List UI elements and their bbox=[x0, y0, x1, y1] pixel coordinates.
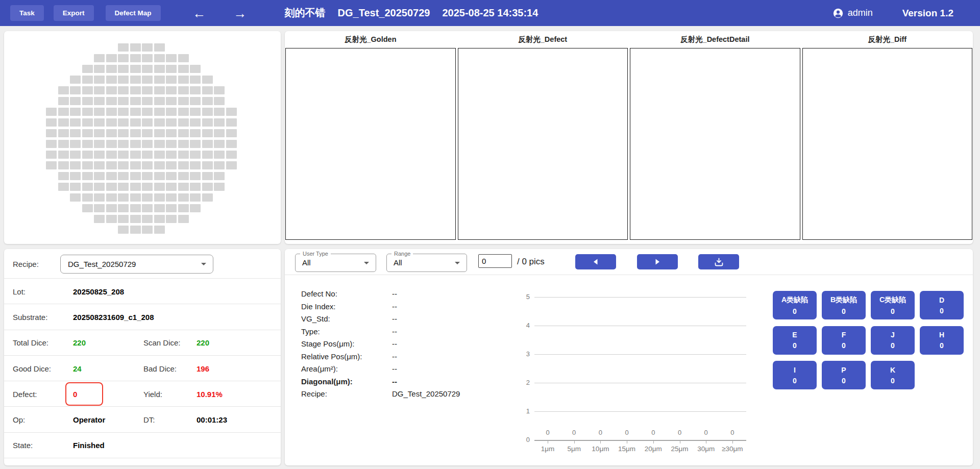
wafer-die[interactable] bbox=[154, 183, 165, 191]
wafer-die[interactable] bbox=[58, 97, 69, 105]
wafer-die[interactable] bbox=[142, 54, 153, 62]
wafer-die[interactable] bbox=[154, 118, 165, 127]
wafer-die[interactable] bbox=[154, 76, 165, 84]
wafer-die[interactable] bbox=[154, 215, 165, 223]
wafer-die[interactable] bbox=[94, 118, 105, 127]
wafer-die[interactable] bbox=[178, 183, 189, 191]
wafer-die[interactable] bbox=[82, 108, 93, 116]
wafer-die[interactable] bbox=[106, 151, 117, 159]
wafer-die[interactable] bbox=[58, 161, 69, 169]
wafer-die[interactable] bbox=[202, 140, 213, 148]
wafer-die[interactable] bbox=[118, 140, 129, 148]
wafer-die[interactable] bbox=[190, 118, 201, 127]
wafer-die[interactable] bbox=[190, 76, 201, 84]
wafer-die[interactable] bbox=[70, 76, 81, 84]
wafer-die[interactable] bbox=[70, 108, 81, 116]
wafer-die[interactable] bbox=[106, 215, 117, 223]
wafer-die[interactable] bbox=[58, 140, 69, 148]
wafer-die[interactable] bbox=[178, 76, 189, 84]
wafer-die[interactable] bbox=[130, 151, 141, 159]
wafer-die[interactable] bbox=[154, 140, 165, 148]
wafer-die[interactable] bbox=[142, 86, 153, 94]
wafer-die[interactable] bbox=[118, 204, 129, 212]
download-button[interactable] bbox=[698, 254, 739, 269]
wafer-die[interactable] bbox=[118, 108, 129, 116]
wafer-die[interactable] bbox=[226, 118, 237, 127]
wafer-die[interactable] bbox=[190, 204, 201, 212]
wafer-die[interactable] bbox=[226, 108, 237, 116]
wafer-die[interactable] bbox=[166, 54, 177, 62]
wafer-die[interactable] bbox=[106, 161, 117, 169]
wafer-die[interactable] bbox=[178, 108, 189, 116]
user-type-select[interactable]: User Type All bbox=[295, 254, 376, 272]
wafer-die[interactable] bbox=[190, 161, 201, 169]
wafer-die[interactable] bbox=[190, 97, 201, 105]
wafer-die[interactable] bbox=[202, 97, 213, 105]
wafer-die[interactable] bbox=[118, 43, 129, 52]
wafer-die[interactable] bbox=[82, 204, 93, 212]
wafer-die[interactable] bbox=[118, 215, 129, 223]
wafer-die[interactable] bbox=[154, 65, 165, 73]
defect-class-button[interactable]: A类缺陷0 bbox=[773, 291, 817, 319]
wafer-die[interactable] bbox=[94, 108, 105, 116]
wafer-die[interactable] bbox=[142, 118, 153, 127]
wafer-die[interactable] bbox=[166, 108, 177, 116]
defect-class-button[interactable]: P0 bbox=[822, 361, 866, 389]
wafer-die[interactable] bbox=[154, 226, 165, 234]
wafer-die[interactable] bbox=[142, 43, 153, 52]
wafer-die[interactable] bbox=[106, 76, 117, 84]
wafer-die[interactable] bbox=[178, 215, 189, 223]
range-select[interactable]: Range All bbox=[386, 254, 467, 272]
wafer-die[interactable] bbox=[58, 86, 69, 94]
wafer-die[interactable] bbox=[190, 140, 201, 148]
wafer-die[interactable] bbox=[166, 161, 177, 169]
wafer-die[interactable] bbox=[46, 118, 57, 127]
wafer-die[interactable] bbox=[106, 204, 117, 212]
wafer-die[interactable] bbox=[202, 193, 213, 202]
wafer-die[interactable] bbox=[166, 215, 177, 223]
wafer-die[interactable] bbox=[82, 76, 93, 84]
wafer-die[interactable] bbox=[166, 204, 177, 212]
wafer-die[interactable] bbox=[94, 183, 105, 191]
wafer-die[interactable] bbox=[178, 129, 189, 137]
wafer-die[interactable] bbox=[118, 226, 129, 234]
wafer-die[interactable] bbox=[154, 97, 165, 105]
wafer-die[interactable] bbox=[118, 65, 129, 73]
wafer-die[interactable] bbox=[178, 193, 189, 202]
wafer-die[interactable] bbox=[130, 43, 141, 52]
wafer-die[interactable] bbox=[58, 183, 69, 191]
wafer-die[interactable] bbox=[118, 129, 129, 137]
wafer-die[interactable] bbox=[214, 97, 225, 105]
wafer-die[interactable] bbox=[118, 193, 129, 202]
wafer-die[interactable] bbox=[142, 172, 153, 180]
wafer-die[interactable] bbox=[202, 118, 213, 127]
wafer-die[interactable] bbox=[214, 151, 225, 159]
wafer-die[interactable] bbox=[106, 86, 117, 94]
wafer-die[interactable] bbox=[82, 86, 93, 94]
wafer-die[interactable] bbox=[178, 97, 189, 105]
wafer-die[interactable] bbox=[106, 172, 117, 180]
wafer-die[interactable] bbox=[118, 161, 129, 169]
recipe-select[interactable]: DG_Test_20250729 bbox=[60, 255, 213, 274]
wafer-die[interactable] bbox=[82, 65, 93, 73]
wafer-die[interactable] bbox=[214, 86, 225, 94]
wafer-die[interactable] bbox=[142, 161, 153, 169]
wafer-die[interactable] bbox=[190, 172, 201, 180]
wafer-die[interactable] bbox=[130, 108, 141, 116]
wafer-die[interactable] bbox=[142, 183, 153, 191]
wafer-die[interactable] bbox=[70, 97, 81, 105]
wafer-die[interactable] bbox=[166, 183, 177, 191]
wafer-die[interactable] bbox=[214, 183, 225, 191]
wafer-die[interactable] bbox=[70, 140, 81, 148]
wafer-die[interactable] bbox=[130, 65, 141, 73]
wafer-die[interactable] bbox=[130, 86, 141, 94]
wafer-die[interactable] bbox=[130, 118, 141, 127]
wafer-die[interactable] bbox=[178, 118, 189, 127]
wafer-die[interactable] bbox=[82, 140, 93, 148]
wafer-die[interactable] bbox=[70, 129, 81, 137]
wafer-die[interactable] bbox=[58, 172, 69, 180]
next-image-button[interactable] bbox=[637, 254, 678, 269]
wafer-die[interactable] bbox=[82, 161, 93, 169]
wafer-die[interactable] bbox=[166, 129, 177, 137]
wafer-die[interactable] bbox=[166, 140, 177, 148]
